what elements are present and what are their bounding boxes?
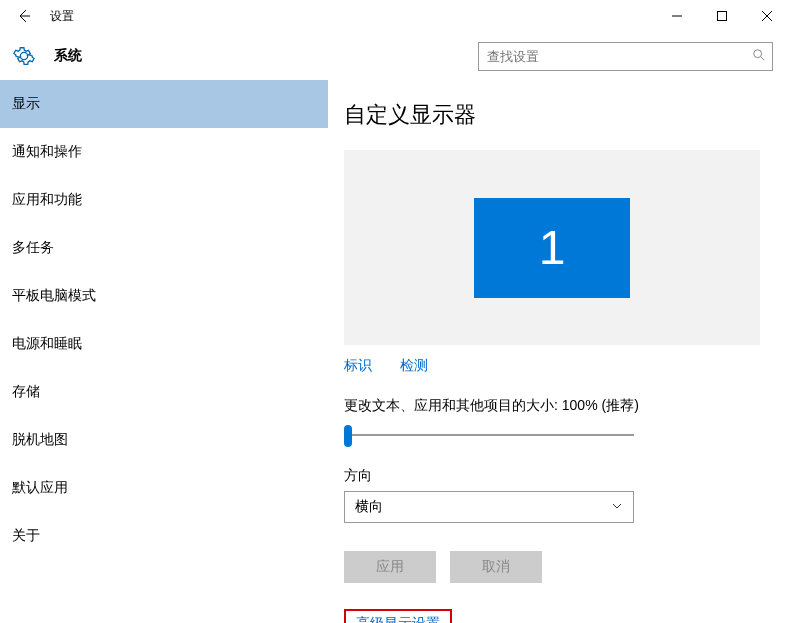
- nav-label: 脱机地图: [12, 431, 68, 449]
- close-icon: [762, 11, 772, 21]
- maximize-button[interactable]: [699, 0, 744, 32]
- chevron-down-icon: [611, 499, 623, 515]
- advanced-display-link[interactable]: 高级显示设置: [356, 615, 440, 623]
- search-icon: [752, 48, 766, 65]
- nav-item-tablet[interactable]: 平板电脑模式: [0, 272, 328, 320]
- window-controls: [654, 0, 789, 32]
- category-title: 系统: [54, 47, 82, 65]
- advanced-link-highlight: 高级显示设置: [344, 609, 452, 623]
- nav-item-about[interactable]: 关于: [0, 512, 328, 560]
- nav-label: 应用和功能: [12, 191, 82, 209]
- nav-item-display[interactable]: 显示: [0, 80, 328, 128]
- apply-button[interactable]: 应用: [344, 551, 436, 583]
- slider-thumb[interactable]: [344, 425, 352, 447]
- nav-label: 通知和操作: [12, 143, 82, 161]
- scale-label: 更改文本、应用和其他项目的大小: 100% (推荐): [344, 397, 761, 415]
- back-button[interactable]: [8, 0, 40, 32]
- body: 显示 通知和操作 应用和功能 多任务 平板电脑模式 电源和睡眠 存储 脱机地图 …: [0, 80, 789, 623]
- nav-item-notifications[interactable]: 通知和操作: [0, 128, 328, 176]
- gear-icon: [12, 44, 36, 68]
- button-row: 应用 取消: [344, 551, 761, 583]
- nav-item-storage[interactable]: 存储: [0, 368, 328, 416]
- nav-label: 关于: [12, 527, 40, 545]
- nav-item-multitask[interactable]: 多任务: [0, 224, 328, 272]
- identify-link[interactable]: 标识: [344, 357, 372, 373]
- maximize-icon: [717, 11, 727, 21]
- nav-item-offline-maps[interactable]: 脱机地图: [0, 416, 328, 464]
- orientation-dropdown[interactable]: 横向: [344, 491, 634, 523]
- minimize-icon: [672, 11, 682, 21]
- scale-slider[interactable]: [344, 423, 634, 447]
- nav-item-power[interactable]: 电源和睡眠: [0, 320, 328, 368]
- orientation-value: 横向: [355, 498, 383, 516]
- content-pane: 自定义显示器 1 标识 检测 更改文本、应用和其他项目的大小: 100% (推荐…: [328, 80, 789, 623]
- close-button[interactable]: [744, 0, 789, 32]
- sidebar: 显示 通知和操作 应用和功能 多任务 平板电脑模式 电源和睡眠 存储 脱机地图 …: [0, 80, 328, 623]
- svg-rect-0: [717, 12, 726, 21]
- search-box[interactable]: [478, 42, 773, 71]
- header: 系统: [0, 32, 789, 80]
- link-row: 标识 检测: [344, 357, 761, 375]
- nav-item-apps[interactable]: 应用和功能: [0, 176, 328, 224]
- nav-label: 电源和睡眠: [12, 335, 82, 353]
- window-title: 设置: [40, 8, 74, 25]
- nav-label: 多任务: [12, 239, 54, 257]
- minimize-button[interactable]: [654, 0, 699, 32]
- nav-label: 默认应用: [12, 479, 68, 497]
- monitor-number: 1: [539, 220, 566, 275]
- detect-link[interactable]: 检测: [400, 357, 428, 373]
- titlebar: 设置: [0, 0, 789, 32]
- search-input[interactable]: [487, 49, 752, 64]
- monitor-1[interactable]: 1: [474, 198, 630, 298]
- cancel-button[interactable]: 取消: [450, 551, 542, 583]
- svg-point-1: [754, 49, 762, 57]
- nav-label: 显示: [12, 95, 40, 113]
- orientation-label: 方向: [344, 467, 761, 485]
- nav-item-default-apps[interactable]: 默认应用: [0, 464, 328, 512]
- slider-track-line: [348, 434, 634, 436]
- page-heading: 自定义显示器: [344, 100, 761, 130]
- nav-label: 存储: [12, 383, 40, 401]
- nav-label: 平板电脑模式: [12, 287, 96, 305]
- arrow-left-icon: [16, 8, 32, 24]
- monitor-preview[interactable]: 1: [344, 150, 760, 345]
